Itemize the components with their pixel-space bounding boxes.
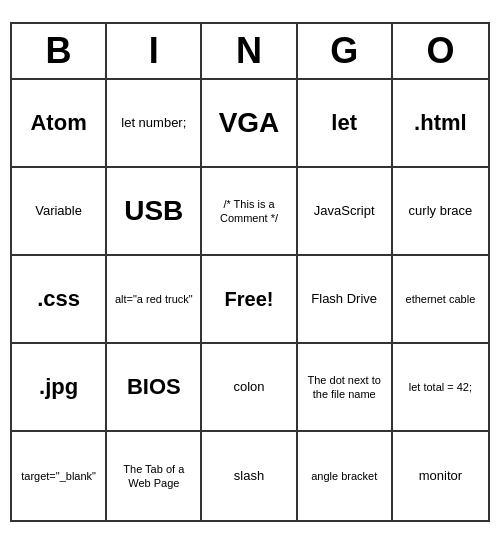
bingo-cell: USB [107,168,202,256]
bingo-cell: Flash Drive [298,256,393,344]
bingo-cell: The Tab of a Web Page [107,432,202,520]
bingo-cell: The dot next to the file name [298,344,393,432]
bingo-cell: Free! [202,256,297,344]
header-letter: B [12,24,107,78]
bingo-cell: .html [393,80,488,168]
bingo-cell: let [298,80,393,168]
bingo-cell: curly brace [393,168,488,256]
bingo-cell: angle bracket [298,432,393,520]
bingo-cell: .css [12,256,107,344]
bingo-cell: .jpg [12,344,107,432]
bingo-grid: Atomlet number;VGAlet.htmlVariableUSB/* … [12,80,488,520]
bingo-cell: Atom [12,80,107,168]
bingo-header: BINGO [12,24,488,80]
bingo-cell: slash [202,432,297,520]
bingo-cell: JavaScript [298,168,393,256]
bingo-cell: let total = 42; [393,344,488,432]
bingo-cell: let number; [107,80,202,168]
bingo-cell: ethernet cable [393,256,488,344]
header-letter: N [202,24,297,78]
header-letter: O [393,24,488,78]
bingo-card: BINGO Atomlet number;VGAlet.htmlVariable… [10,22,490,522]
header-letter: I [107,24,202,78]
bingo-cell: alt="a red truck" [107,256,202,344]
bingo-cell: target="_blank" [12,432,107,520]
header-letter: G [298,24,393,78]
bingo-cell: colon [202,344,297,432]
bingo-cell: VGA [202,80,297,168]
bingo-cell: BIOS [107,344,202,432]
bingo-cell: /* This is a Comment */ [202,168,297,256]
bingo-cell: monitor [393,432,488,520]
bingo-cell: Variable [12,168,107,256]
